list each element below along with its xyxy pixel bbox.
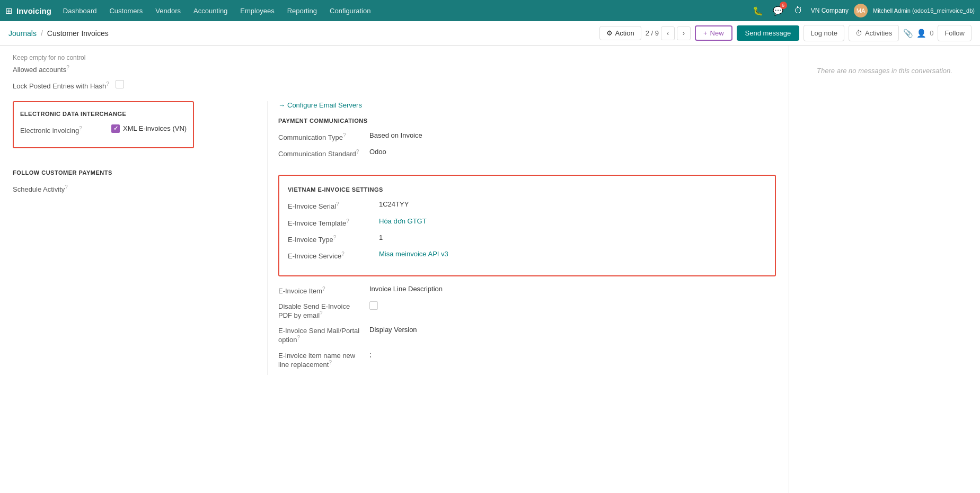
vietnam-section-header: VIETNAM E-INVOICE SETTINGS: [288, 186, 766, 193]
plus-icon: +: [703, 29, 708, 37]
pager: 2 / 9 ‹ ›: [646, 26, 691, 40]
disable-send-label: Disable Send E-Invoice PDF by email?: [278, 301, 363, 319]
nav-customers[interactable]: Customers: [103, 0, 149, 21]
followers-icon[interactable]: 👤: [916, 29, 926, 38]
nav-accounting[interactable]: Accounting: [187, 0, 234, 21]
einvoice-service-value[interactable]: Misa meinvoice API v3: [379, 250, 448, 258]
einvoice-type-label: E-Invoice Type?: [288, 234, 373, 244]
navbar-right: 🐛 💬 6 ⏱ VN Company MA Mitchell Admin (od…: [751, 3, 975, 18]
action-button[interactable]: ⚙ Action: [599, 26, 641, 40]
gear-icon: ⚙: [606, 29, 613, 37]
edi-section-header: ELECTRONIC DATA INTERCHANGE: [20, 111, 187, 117]
action-label: Action: [615, 29, 634, 37]
configure-email-link[interactable]: → Configure Email Servers: [278, 101, 776, 109]
pager-text: 2 / 9: [646, 29, 659, 37]
lock-posted-checkbox[interactable]: [116, 80, 124, 88]
einvoice-send-mail-row: E-Invoice Send Mail/Portal option? Displ…: [278, 326, 776, 344]
bug-icon-btn[interactable]: 🐛: [751, 3, 765, 18]
comm-standard-label: Communication Standard?: [278, 148, 363, 158]
toolbar-icons: 📎 👤 0: [903, 29, 933, 38]
user-avatar[interactable]: MA: [854, 4, 868, 17]
form-area: Keep empty for no control Allowed accoun…: [0, 46, 789, 493]
company-name: VN Company: [811, 7, 849, 14]
user-name: Mitchell Admin (odoo16_meinvoice_db): [873, 7, 975, 14]
breadcrumb-separator: /: [41, 29, 43, 38]
breadcrumb-parent[interactable]: Journals: [8, 29, 37, 38]
send-message-button[interactable]: Send message: [737, 25, 800, 41]
comm-standard-value: Odoo: [369, 148, 386, 156]
einvoice-template-row: E-Invoice Template? Hóa đơn GTGT: [288, 217, 766, 227]
einvoice-type-row: E-Invoice Type? 1: [288, 234, 766, 244]
xml-einvoices-label: XML E-invoices (VN): [123, 124, 187, 132]
new-button[interactable]: + New: [695, 25, 732, 41]
einvoice-item-label: E-Invoice Item?: [278, 285, 363, 295]
clock-icon-btn[interactable]: ⏱: [791, 3, 806, 18]
einvoice-serial-value: 1C24TYY: [379, 200, 409, 208]
schedule-activity-label: Schedule Activity?: [13, 183, 98, 193]
navbar: ⊞ Invoicing Dashboard Customers Vendors …: [0, 0, 980, 21]
grid-icon[interactable]: ⊞: [5, 6, 12, 16]
new-label: New: [710, 29, 724, 37]
keep-empty-label: Keep empty for no control: [13, 54, 776, 61]
app-brand[interactable]: ⊞ Invoicing: [5, 6, 51, 16]
company-info: VN Company: [811, 7, 849, 14]
pager-next[interactable]: ›: [677, 26, 691, 40]
two-col-layout: ELECTRONIC DATA INTERCHANGE Electronic i…: [13, 101, 776, 375]
electronic-invoicing-row: Electronic invoicing? XML E-invoices (VN…: [20, 124, 187, 135]
breadcrumb: Journals / Customer Invoices: [8, 29, 109, 38]
chat-badge: 6: [780, 2, 787, 9]
einvoice-template-value[interactable]: Hóa đơn GTGT: [379, 217, 427, 225]
einvoice-send-mail-value: Display Version: [369, 326, 417, 334]
nav-configuration[interactable]: Configuration: [323, 0, 377, 21]
chatter: There are no messages in this conversati…: [789, 46, 980, 493]
einvoice-item-name-label: E-invoice item name new line replacement…: [278, 351, 363, 369]
einvoice-serial-row: E-Invoice Serial? 1C24TYY: [288, 200, 766, 210]
xml-einvoices-field: XML E-invoices (VN): [111, 124, 187, 133]
breadcrumb-current: Customer Invoices: [47, 29, 109, 38]
main-layout: Keep empty for no control Allowed accoun…: [0, 46, 980, 493]
col-left: ELECTRONIC DATA INTERCHANGE Electronic i…: [13, 101, 267, 375]
nav-dashboard[interactable]: Dashboard: [57, 0, 103, 21]
followers-count: 0: [930, 29, 933, 37]
log-note-button[interactable]: Log note: [804, 25, 844, 41]
comm-type-row: Communication Type? Based on Invoice: [278, 131, 776, 141]
einvoice-serial-label: E-Invoice Serial?: [288, 200, 373, 210]
nav-vendors[interactable]: Vendors: [149, 0, 187, 21]
follow-payments-header: FOLLOW CUSTOMER PAYMENTS: [13, 169, 246, 176]
einvoice-item-row: E-Invoice Item? Invoice Line Description: [278, 285, 776, 295]
form-content: Keep empty for no control Allowed accoun…: [0, 46, 789, 383]
nav-employees[interactable]: Employees: [234, 0, 280, 21]
einvoice-item-name-value: ;: [369, 351, 372, 358]
app-name: Invoicing: [16, 6, 51, 15]
nav-reporting[interactable]: Reporting: [281, 0, 323, 21]
payment-comm-header: PAYMENT COMMUNICATIONS: [278, 118, 776, 124]
einvoice-type-value: 1: [379, 234, 383, 241]
vietnam-highlight-box: VIETNAM E-INVOICE SETTINGS E-Invoice Ser…: [278, 175, 776, 276]
electronic-invoicing-label: Electronic invoicing?: [20, 124, 105, 135]
einvoice-service-row: E-Invoice Service? Misa meinvoice API v3: [288, 250, 766, 260]
chat-icon-btn[interactable]: 💬 6: [771, 3, 785, 18]
sub-toolbar: Journals / Customer Invoices ⚙ Action 2 …: [0, 21, 980, 46]
comm-standard-row: Communication Standard? Odoo: [278, 148, 776, 158]
disable-send-row: Disable Send E-Invoice PDF by email?: [278, 301, 776, 319]
allowed-accounts-label: Allowed accounts?: [13, 64, 98, 74]
allowed-accounts-tooltip: ?: [66, 65, 69, 70]
xml-einvoices-checkbox[interactable]: [111, 124, 120, 133]
toolbar-right: ⚙ Action 2 / 9 ‹ › + New Send message Lo…: [599, 25, 972, 41]
activities-button[interactable]: ⏱ Activities: [849, 25, 899, 41]
lock-posted-tooltip: ?: [106, 81, 109, 87]
comm-type-value: Based on Invoice: [369, 131, 422, 139]
comm-type-label: Communication Type?: [278, 131, 363, 141]
paperclip-icon[interactable]: 📎: [903, 29, 913, 38]
pager-prev[interactable]: ‹: [661, 26, 675, 40]
disable-send-checkbox[interactable]: [369, 301, 378, 310]
lock-posted-label: Lock Posted Entries with Hash?: [13, 80, 109, 90]
col-right: → Configure Email Servers PAYMENT COMMUN…: [267, 101, 776, 375]
top-section: Keep empty for no control Allowed accoun…: [13, 54, 776, 91]
clock-icon: ⏱: [855, 29, 862, 37]
follow-button[interactable]: Follow: [938, 25, 972, 41]
einvoice-template-label: E-Invoice Template?: [288, 217, 373, 227]
einvoice-item-value: Invoice Line Description: [369, 285, 443, 293]
allowed-accounts-row: Allowed accounts?: [13, 64, 776, 74]
einvoice-item-name-row: E-invoice item name new line replacement…: [278, 351, 776, 369]
